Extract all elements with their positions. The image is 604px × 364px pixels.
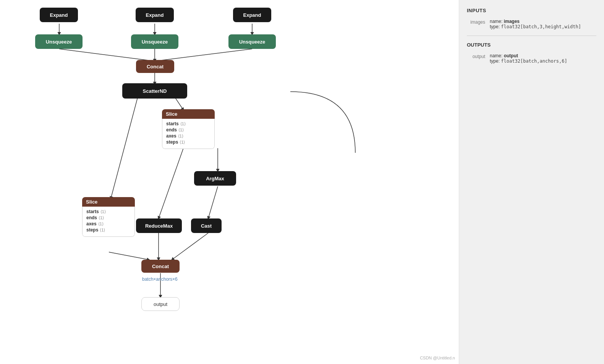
output-node[interactable]: output bbox=[141, 297, 180, 311]
concat-node-1[interactable]: Concat bbox=[136, 60, 174, 73]
inputs-type: type: float32[batch,3,height,width] bbox=[490, 24, 581, 29]
dim-label: batch×anchors×6 bbox=[142, 277, 178, 282]
inputs-label: images bbox=[467, 19, 490, 25]
concat-node-2[interactable]: Concat bbox=[141, 260, 180, 273]
slice-node-2[interactable]: Slice starts ⟨1⟩ ends ⟨1⟩ axes ⟨1⟩ steps… bbox=[82, 197, 135, 237]
svg-line-5 bbox=[155, 49, 252, 61]
outputs-title: OUTPUTS bbox=[467, 42, 596, 48]
outputs-name: name: output bbox=[490, 53, 567, 58]
svg-line-8 bbox=[111, 98, 138, 199]
outputs-row: output name: output type: float32[batch,… bbox=[467, 53, 596, 64]
expand-node-1[interactable]: Expand bbox=[40, 8, 78, 22]
outputs-type: type: float32[batch,anchors,6] bbox=[490, 58, 567, 64]
slice-2-header: Slice bbox=[82, 197, 135, 207]
slice-2-body: starts ⟨1⟩ ends ⟨1⟩ axes ⟨1⟩ steps ⟨1⟩ bbox=[82, 207, 135, 237]
svg-line-11 bbox=[208, 186, 218, 218]
sidebar-divider bbox=[467, 36, 596, 36]
expand-node-3[interactable]: Expand bbox=[233, 8, 271, 22]
slice-1-header: Slice bbox=[162, 109, 215, 119]
unsqueeze-node-3[interactable]: Unsqueeze bbox=[228, 34, 276, 49]
slice-1-body: starts ⟨1⟩ ends ⟨1⟩ axes ⟨1⟩ steps ⟨1⟩ bbox=[162, 119, 215, 149]
unsqueeze-node-1[interactable]: Unsqueeze bbox=[35, 34, 83, 49]
inputs-title: INPUTS bbox=[467, 8, 596, 13]
svg-line-3 bbox=[59, 49, 155, 61]
outputs-values: name: output type: float32[batch,anchors… bbox=[490, 53, 567, 64]
svg-line-14 bbox=[172, 233, 208, 260]
reducemax-node[interactable]: ReduceMax bbox=[136, 218, 182, 233]
watermark: CSDN @Untitled.n bbox=[420, 356, 455, 360]
svg-line-12 bbox=[109, 252, 149, 260]
expand-node-2[interactable]: Expand bbox=[136, 8, 174, 22]
scatternd-node[interactable]: ScatterND bbox=[122, 83, 187, 99]
sidebar: INPUTS images name: images type: float32… bbox=[459, 0, 604, 364]
inputs-row: images name: images type: float32[batch,… bbox=[467, 19, 596, 29]
canvas-area: Expand Expand Expand Unsqueeze Unsqueeze… bbox=[0, 0, 459, 364]
slice-node-1[interactable]: Slice starts ⟨1⟩ ends ⟨1⟩ axes ⟨1⟩ steps… bbox=[162, 109, 215, 149]
outputs-label: output bbox=[467, 53, 490, 59]
inputs-name: name: images bbox=[490, 19, 581, 24]
unsqueeze-node-2[interactable]: Unsqueeze bbox=[131, 34, 178, 49]
inputs-values: name: images type: float32[batch,3,heigh… bbox=[490, 19, 581, 29]
svg-line-10 bbox=[159, 148, 183, 218]
cast-node[interactable]: Cast bbox=[191, 218, 222, 233]
argmax-node[interactable]: ArgMax bbox=[194, 171, 236, 186]
